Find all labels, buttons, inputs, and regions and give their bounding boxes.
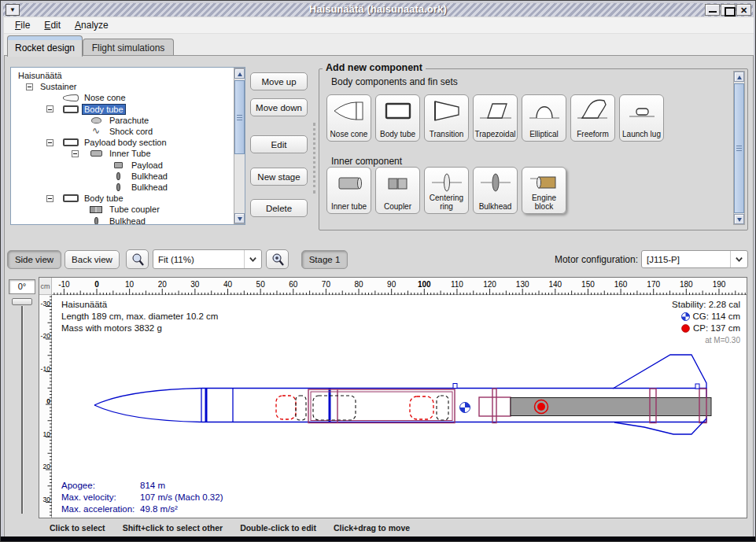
side-view-button[interactable]: Side view xyxy=(7,250,61,269)
magnifier-plus-icon xyxy=(271,253,285,267)
add-bulkhead-button[interactable]: Bulkhead xyxy=(473,167,518,214)
tree-expander-icon[interactable] xyxy=(46,139,53,146)
move-down-button[interactable]: Move down xyxy=(250,98,308,116)
tree-item-rocket-root[interactable]: Haisunäätä xyxy=(12,70,232,81)
svg-text:130: 130 xyxy=(516,280,529,289)
svg-text:40: 40 xyxy=(223,280,233,289)
tree-item-payload[interactable]: Payload xyxy=(12,160,232,171)
cp-value: CP: 137 cm xyxy=(693,323,740,334)
tree-item-parachute[interactable]: Parachute xyxy=(12,115,232,126)
tree-scrollbar[interactable] xyxy=(234,68,245,224)
titlebar[interactable]: ▼ Haisunäätä (haisunaata.ork) xyxy=(3,3,753,17)
bodytube-icon xyxy=(63,105,79,113)
add-elliptical-fin-button[interactable]: Elliptical xyxy=(522,94,566,142)
statusbar: Click to select Shift+click to select ot… xyxy=(9,523,748,536)
close-button[interactable] xyxy=(736,4,751,16)
menu-analyze[interactable]: Analyze xyxy=(75,20,109,31)
tree-item-bulkhead[interactable]: Bulkhead xyxy=(12,171,232,182)
rocket-mass: Mass with motors 3832 g xyxy=(61,323,218,334)
tree-expander-icon[interactable] xyxy=(46,195,53,202)
motor-configuration-label: Motor configuration: xyxy=(536,254,638,265)
tree-item-bulkhead[interactable]: Bulkhead xyxy=(12,182,232,193)
hint-click: Click to select xyxy=(50,523,105,536)
hint-double-click: Double-click to edit xyxy=(240,523,316,536)
nosecone-icon xyxy=(63,94,79,101)
zoom-out-button[interactable] xyxy=(126,249,149,269)
svg-text:60: 60 xyxy=(289,280,298,289)
add-centering-ring-button[interactable]: Centering ring xyxy=(424,167,469,214)
svg-text:90: 90 xyxy=(387,280,396,289)
svg-text:180: 180 xyxy=(680,280,693,289)
rocket-name: Haisunäätä xyxy=(61,299,218,311)
inner-component-label: Inner component xyxy=(331,156,402,167)
svg-text:10: 10 xyxy=(125,280,135,289)
scrollbar-thumb[interactable] xyxy=(234,80,245,154)
tree-expander-icon[interactable] xyxy=(26,83,33,90)
svg-text:-30: -30 xyxy=(41,300,51,308)
tree-item-body-tube-aft[interactable]: Body tube xyxy=(12,193,232,204)
add-trapezoidal-fin-button[interactable]: Trapezoidal xyxy=(473,94,518,142)
horizontal-ruler: -100102030405060708090100110120130140150… xyxy=(52,278,747,295)
back-view-button[interactable]: Back view xyxy=(65,250,120,269)
menu-file[interactable]: File xyxy=(15,20,30,31)
bulkhead-icon xyxy=(116,183,120,191)
cg-icon xyxy=(681,312,690,321)
edit-button[interactable]: Edit xyxy=(250,135,308,153)
add-freeform-fin-button[interactable]: Freeform xyxy=(570,94,615,142)
tab-flight-simulations[interactable]: Flight simulations xyxy=(83,39,174,56)
rotation-slider-track[interactable] xyxy=(21,306,23,514)
panel-divider[interactable] xyxy=(313,123,315,194)
coupler-icon xyxy=(90,206,102,213)
add-coupler-button[interactable]: Coupler xyxy=(375,167,420,214)
add-transition-button[interactable]: Transition xyxy=(424,94,469,142)
tree-expander-icon[interactable] xyxy=(46,105,53,112)
tree-item-body-tube[interactable]: Body tube xyxy=(12,104,232,115)
scrollbar-thumb[interactable] xyxy=(734,83,744,213)
tab-bar: Rocket design Flight simulations xyxy=(4,34,754,56)
rotation-slider-handle[interactable] xyxy=(12,298,32,305)
tree-expander-icon[interactable] xyxy=(72,150,79,157)
new-stage-button[interactable]: New stage xyxy=(250,168,308,186)
maximize-button[interactable] xyxy=(721,4,736,16)
component-panel-scrollbar[interactable] xyxy=(733,71,745,225)
add-engine-block-button[interactable]: Engine block xyxy=(522,167,566,214)
component-tree[interactable]: Haisunäätä Sustainer Nose cone Body tube… xyxy=(10,67,245,225)
add-component-title: Add new component xyxy=(323,62,426,73)
menu-edit[interactable]: Edit xyxy=(44,20,61,31)
tree-item-shock-cord[interactable]: Shock cord xyxy=(12,126,232,137)
motor-configuration-combobox[interactable]: [J115-P] xyxy=(641,250,748,268)
bodytube-icon xyxy=(63,194,79,202)
svg-text:0: 0 xyxy=(94,280,99,289)
add-inner-tube-button[interactable]: Inner tube xyxy=(326,167,371,214)
zoom-in-button[interactable] xyxy=(266,249,289,269)
svg-text:20: 20 xyxy=(42,463,50,470)
tree-item-sustainer[interactable]: Sustainer xyxy=(12,81,232,92)
engine-block-icon xyxy=(527,171,562,196)
rotation-angle-display: 0° xyxy=(9,279,35,294)
delete-button[interactable]: Delete xyxy=(250,199,308,217)
rocket-canvas[interactable]: Haisunäätä Length 189 cm, max. diameter … xyxy=(52,295,747,518)
svg-text:170: 170 xyxy=(647,280,660,289)
scroll-down-icon[interactable] xyxy=(234,213,245,223)
scroll-up-icon[interactable] xyxy=(734,72,744,82)
minimize-button[interactable] xyxy=(705,4,720,16)
launch-lug-icon xyxy=(625,98,659,124)
tree-item-inner-tube[interactable]: Inner Tube xyxy=(12,148,232,159)
tree-item-tube-coupler[interactable]: Tube coupler xyxy=(12,204,232,215)
ruler-unit-label[interactable]: cm xyxy=(39,278,52,295)
tree-item-payload-body-section[interactable]: Payload body section xyxy=(12,137,232,148)
zoom-level-combobox[interactable]: Fit (11%) xyxy=(153,249,262,269)
add-nose-cone-button[interactable]: Nose cone xyxy=(326,94,371,142)
svg-text:30: 30 xyxy=(42,496,50,503)
tree-item-nose-cone[interactable]: Nose cone xyxy=(12,92,232,103)
stage-1-toggle[interactable]: Stage 1 xyxy=(301,250,348,269)
svg-text:-20: -20 xyxy=(41,332,51,340)
move-up-button[interactable]: Move up xyxy=(250,72,308,90)
scroll-up-icon[interactable] xyxy=(234,68,245,79)
window-title: Haisunäätä (haisunaata.ork) xyxy=(3,4,753,15)
add-body-tube-button[interactable]: Body tube xyxy=(375,94,420,142)
add-launch-lug-button[interactable]: Launch lug xyxy=(619,94,664,142)
scroll-down-icon[interactable] xyxy=(734,214,744,224)
tree-item-bulkhead-aft[interactable]: Bulkhead xyxy=(12,215,232,225)
tab-rocket-design[interactable]: Rocket design xyxy=(7,35,83,57)
